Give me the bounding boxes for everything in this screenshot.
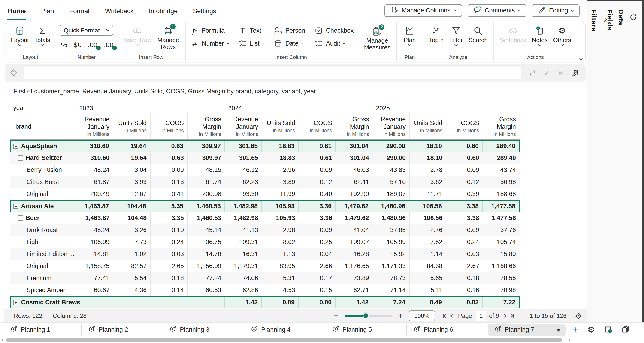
- filter-button[interactable]: Filter: [446, 25, 466, 47]
- value-cell[interactable]: 62.71: [336, 284, 373, 296]
- plan-button[interactable]: Plan: [400, 25, 419, 47]
- value-cell[interactable]: 7.73: [114, 236, 150, 248]
- zoom-in-button[interactable]: +: [396, 311, 404, 320]
- value-cell[interactable]: 1.02: [114, 248, 150, 260]
- unpin-formula-bar-icon[interactable]: [571, 69, 580, 77]
- comments-button[interactable]: Comments: [468, 4, 526, 17]
- value-cell[interactable]: 109.31: [225, 236, 262, 248]
- value-cell[interactable]: 0.18: [150, 272, 188, 284]
- row-label-cell[interactable]: +Cosmic Craft Brews: [11, 297, 76, 308]
- sheet-tab-planning-2[interactable]: Planning 2: [81, 323, 162, 336]
- horizontal-scrollbar-thumb[interactable]: [6, 338, 562, 342]
- value-cell[interactable]: 82.57: [114, 260, 150, 272]
- value-cell[interactable]: 3.26: [114, 224, 150, 236]
- first-page-button[interactable]: [441, 314, 449, 318]
- insert-checkbox-column-button[interactable]: Checkbox: [314, 26, 354, 35]
- row-label-cell[interactable]: Light: [10, 236, 76, 248]
- value-cell[interactable]: 3.04: [114, 164, 150, 176]
- value-cell[interactable]: 43.74: [483, 164, 520, 176]
- value-cell[interactable]: 2.66: [299, 260, 336, 272]
- zoom-out-button[interactable]: −: [332, 311, 340, 320]
- next-page-button[interactable]: [501, 314, 508, 317]
- menu-item-plan[interactable]: Plan: [41, 2, 54, 20]
- value-cell[interactable]: 301.65: [225, 152, 262, 164]
- insert-audit-column-button[interactable]: Audit: [314, 39, 354, 48]
- value-cell[interactable]: 1.13: [262, 248, 299, 260]
- value-cell[interactable]: 0.60: [446, 152, 483, 164]
- row-label-cell[interactable]: −Artisan Ale: [11, 201, 76, 212]
- value-cell[interactable]: 200.08: [188, 188, 225, 200]
- value-cell[interactable]: 0.39: [446, 188, 483, 200]
- value-cell[interactable]: 16.28: [336, 248, 373, 260]
- value-cell[interactable]: 0.13: [150, 176, 188, 188]
- value-cell[interactable]: 60.67: [76, 284, 114, 296]
- value-cell[interactable]: 1,482.98: [225, 201, 262, 212]
- measure-header-revenue-january-2025[interactable]: Revenue Januaryin Millions: [373, 114, 410, 139]
- formula-input[interactable]: [24, 67, 521, 79]
- insert-date-column-button[interactable]: Date: [274, 39, 305, 48]
- value-cell[interactable]: 15.92: [373, 248, 410, 260]
- value-cell[interactable]: 2.67: [446, 260, 483, 272]
- side-panel-fields[interactable]: «Fields: [608, 1, 624, 322]
- value-cell[interactable]: 1,171.33: [373, 260, 410, 272]
- value-cell[interactable]: 192.90: [336, 188, 373, 200]
- sheet-tab-planning-4[interactable]: Planning 4: [244, 323, 325, 336]
- value-cell[interactable]: 18.83: [262, 152, 299, 164]
- value-cell[interactable]: 310.60: [76, 141, 113, 152]
- row-label-cell[interactable]: Berry Fusion: [10, 164, 76, 176]
- measure-header-revenue-january-2024[interactable]: Revenue Januaryin Millions: [225, 114, 262, 139]
- last-page-button[interactable]: [508, 314, 516, 318]
- value-cell[interactable]: 0.09: [446, 164, 483, 176]
- value-cell[interactable]: 14.81: [76, 248, 114, 260]
- menu-item-infobridge[interactable]: Infobridge: [148, 2, 178, 20]
- value-cell[interactable]: 0.49: [409, 297, 446, 308]
- value-cell[interactable]: 0.60: [446, 141, 482, 152]
- value-cell[interactable]: 0.24: [150, 236, 188, 248]
- value-cell[interactable]: 5.31: [262, 272, 299, 284]
- value-cell[interactable]: 0.14: [150, 284, 188, 296]
- value-cell[interactable]: 1,477.58: [482, 201, 519, 212]
- measure-header-units-sold-2025[interactable]: Units Soldin Millions: [410, 114, 446, 139]
- value-cell[interactable]: [76, 297, 113, 308]
- value-cell[interactable]: 37.85: [373, 224, 410, 236]
- zoom-slider-thumb[interactable]: [362, 312, 369, 319]
- value-cell[interactable]: 4.36: [114, 284, 150, 296]
- ribbon-collapse-chevron-icon[interactable]: [579, 57, 582, 60]
- others-button[interactable]: ⚙ Others: [550, 25, 574, 47]
- row-label-cell[interactable]: Dark Roast: [10, 224, 76, 236]
- row-label-cell[interactable]: Original: [10, 260, 76, 272]
- scroll-left-arrow-icon[interactable]: [2, 338, 4, 341]
- value-cell[interactable]: 1,176.65: [336, 260, 373, 272]
- value-cell[interactable]: 18.10: [409, 141, 446, 152]
- value-cell[interactable]: 7.52: [410, 236, 446, 248]
- value-cell[interactable]: 0.40: [299, 188, 336, 200]
- value-cell[interactable]: 4.53: [262, 284, 299, 296]
- top-n-button[interactable]: Top n: [426, 25, 446, 45]
- previous-page-button[interactable]: [449, 314, 456, 317]
- insert-number-column-button[interactable]: # Number: [190, 39, 229, 48]
- expand-formula-bar-icon[interactable]: [529, 69, 536, 77]
- row-label-cell[interactable]: −Beer: [10, 212, 76, 224]
- search-button[interactable]: Search: [466, 25, 490, 45]
- sheet-tab-planning-5[interactable]: Planning 5: [325, 323, 406, 336]
- measure-header-gross-margin-2025[interactable]: Gross Marginin Millions: [483, 114, 520, 139]
- value-cell[interactable]: 0.10: [150, 224, 188, 236]
- value-cell[interactable]: 1,168.66: [483, 260, 520, 272]
- insert-person-column-button[interactable]: Person: [274, 26, 305, 35]
- value-cell[interactable]: 1.14: [410, 248, 446, 260]
- manage-columns-button[interactable]: Manage Columns: [384, 4, 462, 17]
- value-cell[interactable]: 73.89: [336, 272, 373, 284]
- value-cell[interactable]: 309.97: [187, 141, 225, 152]
- measure-header-cogs-2025[interactable]: COGSin Millions: [446, 114, 483, 139]
- value-cell[interactable]: 5.65: [410, 272, 446, 284]
- collapse-row-icon[interactable]: −: [13, 204, 18, 209]
- value-cell[interactable]: 0.03: [150, 248, 188, 260]
- value-cell[interactable]: 0.03: [446, 248, 483, 260]
- value-cell[interactable]: 3.62: [410, 176, 446, 188]
- value-cell[interactable]: 3.35: [150, 201, 187, 212]
- value-cell[interactable]: 1,463.87: [76, 212, 114, 224]
- value-cell[interactable]: 11.71: [410, 188, 446, 200]
- add-sheet-button[interactable]: +: [572, 325, 578, 335]
- insert-formula-column-button[interactable]: fx Formula: [190, 26, 229, 35]
- value-cell[interactable]: 106.75: [188, 236, 225, 248]
